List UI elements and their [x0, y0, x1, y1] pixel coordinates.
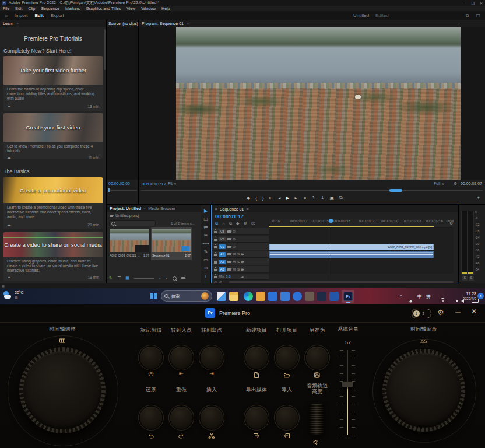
- mark-in-icon[interactable]: {: [255, 195, 257, 201]
- import-button[interactable]: [276, 407, 298, 429]
- hand-tool[interactable]: ⊕: [204, 265, 208, 271]
- open-project-button[interactable]: [276, 346, 298, 369]
- save-as-button[interactable]: [306, 346, 328, 369]
- export-frame-icon[interactable]: ▣: [330, 195, 335, 201]
- search-box[interactable]: 搜索: [161, 290, 212, 302]
- playhead-handle[interactable]: [329, 219, 333, 223]
- lift-icon[interactable]: ⇡: [311, 195, 315, 201]
- page-1[interactable]: 1: [413, 310, 420, 317]
- app-blue2-button[interactable]: [329, 292, 339, 301]
- undo-button[interactable]: [140, 407, 162, 429]
- track-header-a3[interactable]: A3MS: [212, 266, 269, 273]
- timeline-zoom-dial[interactable]: [382, 349, 465, 432]
- timeline-settings-icon[interactable]: ⚙: [243, 221, 247, 226]
- slip-tool[interactable]: ⟷: [202, 241, 209, 246]
- track-header-mix[interactable]: Mix0.0⇥: [212, 274, 269, 280]
- list-view-icon[interactable]: ☰: [117, 276, 121, 281]
- page-toggle[interactable]: 1 2: [412, 309, 431, 318]
- minimize-icon[interactable]: —: [463, 1, 466, 5]
- source-timecode[interactable]: 00:00:00:00: [108, 181, 130, 186]
- work-area-bar[interactable]: [269, 226, 434, 228]
- find-icon[interactable]: [173, 276, 177, 281]
- clock[interactable]: 17:28 2023/4/3: [462, 292, 476, 301]
- fullscreen-icon[interactable]: ▢: [476, 13, 480, 18]
- tab-edit[interactable]: Edit: [35, 13, 44, 18]
- icon-view-icon[interactable]: ▦: [125, 276, 129, 281]
- weather-widget[interactable]: 20°C 雨: [3, 290, 24, 300]
- timeline-ruler[interactable]: 01:09 00:00:01:12 00:00:01:15 00:00:01:1…: [269, 219, 454, 228]
- track-options-gear-icon[interactable]: ⚙: [449, 221, 453, 226]
- project-search-input[interactable]: [109, 220, 156, 226]
- tab-program[interactable]: Program: Sequence 01: [142, 22, 184, 26]
- zoom-slider[interactable]: [134, 278, 154, 279]
- project-breadcrumb[interactable]: Untitled.prproj: [110, 214, 139, 218]
- deck-settings-icon[interactable]: ⚙: [437, 308, 444, 317]
- deck-close-icon[interactable]: ✕: [471, 307, 477, 316]
- track-header-v2[interactable]: V2⊙: [212, 236, 269, 243]
- audio-clip[interactable]: [269, 251, 434, 258]
- panel-menu-icon[interactable]: ≡: [246, 207, 248, 211]
- panel-menu-icon[interactable]: ≡: [187, 22, 189, 26]
- new-bin-icon[interactable]: [181, 277, 185, 279]
- edge-browser-button[interactable]: [244, 292, 253, 301]
- app-photos-button[interactable]: [256, 292, 265, 301]
- settings-wrench-icon[interactable]: ⚙: [454, 181, 457, 186]
- tutorial-card[interactable]: Create a video to share on social media …: [3, 232, 103, 281]
- home-icon[interactable]: ⌂: [5, 13, 8, 18]
- app-portrait-button[interactable]: [305, 292, 314, 301]
- ripple-edit-tool[interactable]: ⇄: [204, 225, 208, 230]
- app-pen-button[interactable]: [293, 292, 302, 301]
- track-select-tool[interactable]: ▢: [203, 216, 208, 222]
- ime-mode[interactable]: 中: [417, 293, 422, 300]
- scrubber-thumb[interactable]: [389, 189, 402, 192]
- rectangle-tool[interactable]: ▭: [203, 257, 208, 262]
- menu-edit[interactable]: Edit: [15, 6, 22, 10]
- play-icon[interactable]: ▶: [286, 195, 289, 201]
- menu-view[interactable]: View: [126, 6, 135, 10]
- app-teams-button[interactable]: [268, 292, 277, 301]
- source-playhead[interactable]: [108, 188, 110, 192]
- page-2[interactable]: 2: [423, 312, 425, 316]
- wifi-icon[interactable]: [440, 298, 445, 302]
- program-timecode[interactable]: 00:00:01:17: [142, 181, 166, 187]
- notification-badge[interactable]: 1: [477, 293, 484, 299]
- tab-sequence[interactable]: Sequence 01: [220, 207, 244, 211]
- tab-project[interactable]: Project: Untitled: [110, 206, 141, 211]
- menu-help[interactable]: Help: [161, 6, 170, 10]
- menu-window[interactable]: Window: [141, 6, 156, 10]
- track-header-v3[interactable]: V3⊙: [212, 228, 269, 235]
- ime-layout[interactable]: 拼: [426, 293, 431, 300]
- new-project-button[interactable]: [245, 346, 268, 369]
- timeline-hscroll[interactable]: [229, 281, 454, 283]
- solo-left-button[interactable]: S: [462, 276, 468, 281]
- project-item-clip[interactable]: A002_C009_092221_... 2:07: [110, 229, 149, 259]
- file-explorer-button[interactable]: [229, 292, 238, 301]
- tab-learn[interactable]: Learn: [3, 22, 13, 26]
- timeline-adjust-dial[interactable]: [19, 347, 106, 433]
- panel-menu-icon[interactable]: ≡: [16, 22, 19, 26]
- tab-export[interactable]: Export: [51, 13, 64, 18]
- type-tool[interactable]: T: [205, 274, 208, 279]
- selection-tool[interactable]: ▶: [204, 208, 208, 214]
- button-editor-icon[interactable]: +: [477, 195, 480, 201]
- add-marker-icon[interactable]: ◆: [247, 195, 250, 201]
- tutorial-card[interactable]: Create a promotional video Learn to crea…: [3, 177, 103, 229]
- razor-tool[interactable]: ✂: [204, 233, 208, 238]
- panel-menu-icon[interactable]: ≡: [143, 206, 146, 211]
- linked-selection-icon[interactable]: ⧉: [229, 221, 232, 226]
- export-media-button[interactable]: [245, 407, 268, 429]
- menu-file[interactable]: File: [3, 6, 9, 10]
- comparison-view-icon[interactable]: ⧉: [339, 195, 343, 201]
- menu-sequence[interactable]: Sequence: [41, 6, 59, 10]
- snap-icon[interactable]: ∩: [222, 222, 225, 226]
- redo-button[interactable]: [170, 407, 192, 429]
- zoom-level-dropdown[interactable]: Fit∨: [168, 181, 176, 186]
- step-back-icon[interactable]: ◂: [278, 195, 280, 201]
- start-button[interactable]: [150, 293, 157, 299]
- app-blue-button[interactable]: [280, 292, 290, 301]
- tray-mic-icon[interactable]: [410, 300, 412, 302]
- marker-icon[interactable]: ◆: [236, 221, 239, 226]
- scrollbar[interactable]: [104, 29, 106, 70]
- pen-tool[interactable]: ✎: [204, 249, 208, 254]
- track-header-a2[interactable]: A2MS: [212, 258, 269, 265]
